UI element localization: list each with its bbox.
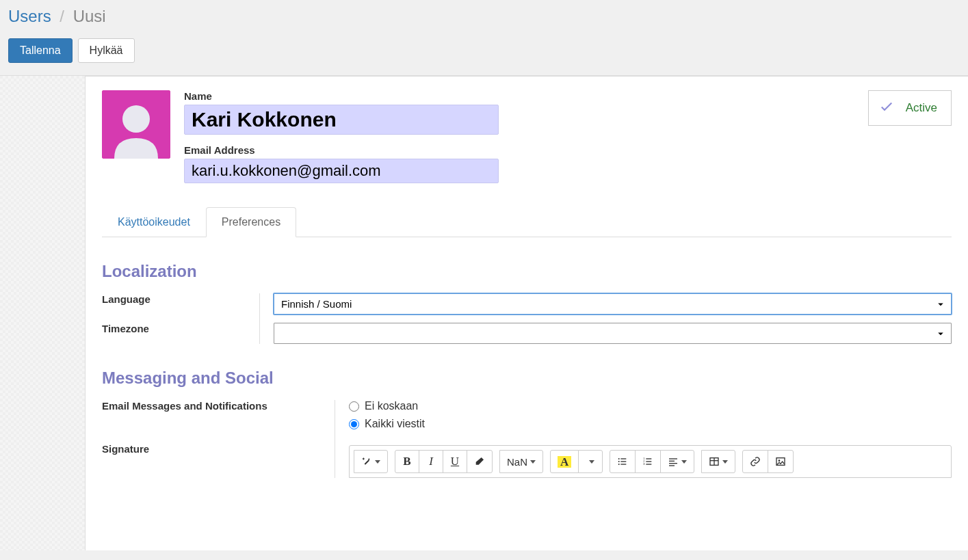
status-box[interactable]: Active bbox=[868, 90, 952, 126]
radio-never[interactable]: Ei koskaan bbox=[349, 400, 952, 412]
rte-fontcolor-dropdown[interactable] bbox=[578, 450, 603, 473]
image-icon bbox=[775, 456, 786, 467]
name-label: Name bbox=[184, 90, 499, 102]
rte-fontsize-button[interactable]: NaN bbox=[499, 450, 543, 473]
svg-rect-13 bbox=[646, 464, 652, 464]
svg-rect-5 bbox=[621, 461, 627, 462]
rte-link-button[interactable] bbox=[742, 450, 768, 473]
rte-table-button[interactable] bbox=[701, 450, 735, 473]
left-gutter bbox=[0, 76, 86, 550]
action-toolbar: Tallenna Hylkää bbox=[8, 38, 960, 63]
radio-all-label: Kaikki viestit bbox=[365, 418, 425, 430]
tab-permissions[interactable]: Käyttöoikeudet bbox=[102, 207, 206, 237]
save-button[interactable]: Tallenna bbox=[8, 38, 73, 63]
rte-italic-button[interactable]: I bbox=[419, 450, 443, 473]
check-icon bbox=[878, 98, 895, 118]
rte-ol-button[interactable]: 123 bbox=[635, 450, 661, 473]
rte-fontsize-label: NaN bbox=[507, 456, 527, 468]
rte-clear-format-button[interactable] bbox=[467, 450, 493, 473]
breadcrumb-root-link[interactable]: Users bbox=[8, 7, 51, 25]
svg-rect-11 bbox=[646, 461, 652, 462]
svg-text:3: 3 bbox=[644, 462, 646, 466]
timezone-label: Timezone bbox=[102, 323, 259, 334]
eraser-icon bbox=[474, 456, 485, 467]
rte-bold-button[interactable]: B bbox=[395, 450, 419, 473]
rte-ul-button[interactable] bbox=[610, 450, 636, 473]
rte-toolbar: B I U NaN A bbox=[349, 445, 952, 478]
breadcrumb-separator: / bbox=[60, 7, 64, 25]
name-input[interactable] bbox=[184, 105, 499, 135]
svg-rect-9 bbox=[646, 458, 652, 459]
italic-icon: I bbox=[429, 455, 433, 468]
rte-magic-button[interactable] bbox=[354, 450, 388, 473]
person-icon bbox=[102, 90, 170, 159]
align-left-icon bbox=[668, 456, 679, 467]
form-sheet: Name Email Address Active Käyttöoikeudet… bbox=[86, 76, 968, 550]
radio-never-input[interactable] bbox=[349, 401, 359, 412]
section-messaging-title: Messaging and Social bbox=[102, 369, 952, 388]
list-ol-icon: 123 bbox=[642, 456, 653, 467]
avatar[interactable] bbox=[102, 90, 170, 159]
underline-icon: U bbox=[451, 455, 459, 468]
rte-image-button[interactable] bbox=[768, 450, 794, 473]
tabs: Käyttöoikeudet Preferences bbox=[102, 206, 952, 237]
discard-button[interactable]: Hylkää bbox=[78, 38, 135, 63]
svg-rect-17 bbox=[669, 465, 675, 466]
rte-fontcolor-button[interactable]: A bbox=[550, 450, 579, 473]
table-icon bbox=[709, 456, 720, 467]
svg-rect-3 bbox=[621, 458, 627, 459]
breadcrumb: Users / Uusi bbox=[8, 7, 960, 26]
notifications-label: Email Messages and Notifications bbox=[102, 400, 335, 412]
svg-point-22 bbox=[779, 459, 781, 462]
breadcrumb-current: Uusi bbox=[73, 7, 106, 25]
svg-rect-14 bbox=[669, 458, 677, 459]
svg-rect-15 bbox=[669, 461, 675, 462]
svg-point-2 bbox=[618, 458, 620, 459]
svg-point-6 bbox=[618, 464, 620, 465]
svg-rect-7 bbox=[621, 464, 627, 464]
link-icon bbox=[750, 456, 761, 467]
rte-underline-button[interactable]: U bbox=[443, 450, 467, 473]
language-label: Language bbox=[102, 293, 259, 305]
fontcolor-icon: A bbox=[558, 456, 571, 468]
radio-all[interactable]: Kaikki viestit bbox=[349, 418, 952, 430]
magic-wand-icon bbox=[361, 456, 372, 467]
svg-point-4 bbox=[618, 461, 620, 462]
radio-all-input[interactable] bbox=[349, 419, 359, 429]
tab-preferences[interactable]: Preferences bbox=[206, 207, 296, 237]
svg-point-1 bbox=[122, 105, 150, 133]
language-select[interactable]: Finnish / Suomi bbox=[274, 293, 952, 315]
section-localization-title: Localization bbox=[102, 262, 952, 281]
signature-label: Signature bbox=[102, 443, 335, 455]
email-label: Email Address bbox=[184, 144, 499, 156]
radio-never-label: Ei koskaan bbox=[365, 400, 418, 412]
list-ul-icon bbox=[617, 456, 628, 467]
bold-icon: B bbox=[403, 455, 410, 468]
status-label: Active bbox=[906, 101, 937, 115]
rte-paragraph-button[interactable] bbox=[660, 450, 694, 473]
timezone-select[interactable] bbox=[274, 323, 952, 344]
email-input[interactable] bbox=[184, 159, 499, 183]
topbar: Users / Uusi Tallenna Hylkää bbox=[0, 0, 968, 76]
svg-rect-16 bbox=[669, 463, 677, 464]
